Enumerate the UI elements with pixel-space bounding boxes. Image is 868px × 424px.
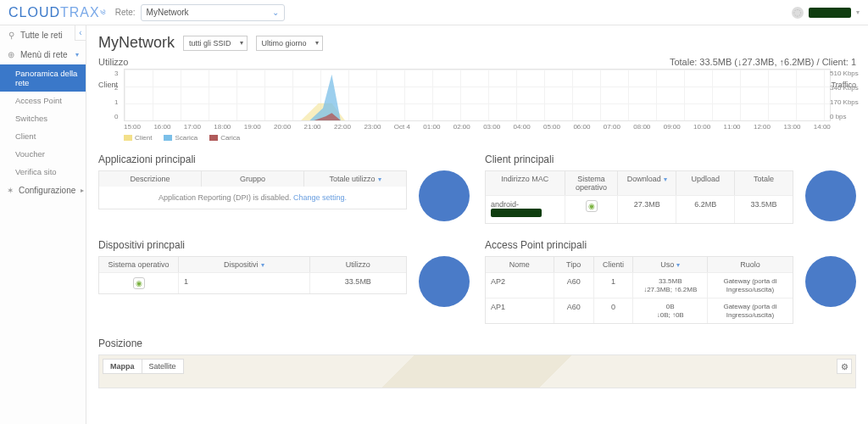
legend-swatch-scarica: [164, 135, 172, 141]
sidebar-item-overview[interactable]: Panoramica della rete: [0, 64, 86, 92]
map-canvas[interactable]: Mappa Satellite ⚙: [98, 354, 856, 388]
aps-pie-chart[interactable]: [805, 256, 856, 307]
top-header: CLOUDTRAX༄ Rete: MyNetwork ⌄ ◌ ▾: [0, 0, 868, 25]
devices-table: Sistema operativo Dispositivi Utilizzo ◉…: [98, 256, 407, 294]
section-apps: Applicazioni principali Descrizione Grup…: [98, 153, 470, 224]
section-clients: Client principali Indirizzo MAC Sistema …: [485, 153, 856, 224]
col-totale-utilizzo[interactable]: Totale utilizzo: [304, 171, 406, 187]
chart-legend: Client Scarica Carica: [124, 134, 856, 142]
network-select[interactable]: MyNetwork ⌄: [141, 4, 285, 21]
network-select-value: MyNetwork: [147, 8, 189, 17]
main-content: MyNetwork tutti gli SSID Ultimo giorno U…: [86, 25, 868, 424]
chevron-down-icon: ⌄: [272, 8, 279, 17]
wifi-icon: ༄: [100, 7, 107, 20]
col-ruolo[interactable]: Ruolo: [708, 257, 793, 272]
sidebar-item-config[interactable]: ✶ Configurazione ▸: [0, 181, 86, 200]
user-name-redacted: [809, 8, 851, 18]
gear-icon: ✶: [7, 186, 14, 195]
y-right-ticks: 510 Kbps340 Kbps170 Kbps0 bps: [830, 70, 859, 120]
col-tipo[interactable]: Tipo: [554, 257, 594, 272]
clients-title: Client principali: [485, 153, 856, 165]
sidebar-item-all-networks[interactable]: ⚲ Tutte le reti: [0, 25, 86, 45]
devices-title: Dispositivi princpali: [98, 239, 470, 251]
legend-swatch-carica: [209, 135, 218, 141]
table-row[interactable]: AP2 A60 1 33.5MB↓27.3MB; ↑6.2MB Gateway …: [486, 272, 793, 298]
network-label: Rete:: [115, 8, 136, 17]
position-title: Posizione: [98, 338, 856, 349]
sidebar-item-label: Configurazione: [19, 186, 75, 195]
chart-plot-area[interactable]: 3210 510 Kbps340 Kbps170 Kbps0 bps: [124, 69, 831, 121]
y-left-ticks: 3210: [114, 70, 118, 120]
sidebar-collapse-handle[interactable]: ‹: [75, 25, 86, 41]
user-avatar-icon: ◌: [792, 7, 804, 19]
col-upload[interactable]: Updload: [676, 171, 735, 195]
x-ticks: 15:0016:0017:0018:0019:0020:0021:0022:00…: [124, 123, 831, 131]
sidebar-item-label: Menù di rete: [20, 50, 68, 59]
user-menu[interactable]: ◌ ▾: [792, 7, 860, 19]
col-uso[interactable]: Uso: [633, 257, 708, 272]
brand-part1: CLOUD: [8, 5, 60, 20]
table-row[interactable]: ◉ 1 33.5MB: [99, 272, 406, 293]
col-clienti[interactable]: Clienti: [594, 257, 634, 272]
globe-icon: ⊕: [7, 50, 15, 59]
clients-table: Indirizzo MAC Sistema operativo Download…: [485, 170, 793, 224]
chevron-down-icon: ▾: [856, 8, 860, 16]
col-gruppo[interactable]: Gruppo: [202, 171, 304, 187]
apps-pie-chart[interactable]: [419, 170, 470, 221]
android-icon: ◉: [586, 200, 598, 212]
apps-table: Descrizione Gruppo Totale utilizzo Appli…: [98, 170, 407, 209]
page-title: MyNetwork: [98, 34, 175, 52]
col-os[interactable]: Sistema operativo: [99, 257, 179, 272]
sidebar-item-verify[interactable]: Verifica sito: [0, 163, 86, 181]
aps-table: Nome Tipo Clienti Uso Ruolo AP2 A60 1 33…: [485, 256, 793, 324]
map-tab-satellite[interactable]: Satellite: [142, 359, 184, 374]
col-nome[interactable]: Nome: [486, 257, 554, 272]
table-row[interactable]: AP1 A60 0 0B↓0B; ↑0B Gateway (porta di I…: [486, 298, 793, 323]
col-os[interactable]: Sistema operativo: [565, 171, 619, 195]
section-devices: Dispositivi princpali Sistema operativo …: [98, 239, 470, 324]
section-position: Posizione Mappa Satellite ⚙: [98, 338, 856, 388]
devices-pie-chart[interactable]: [419, 256, 470, 307]
col-mac[interactable]: Indirizzo MAC: [486, 171, 565, 195]
utilizzo-totals: Totale: 33.5MB (↓27.3MB, ↑6.2MB) / Clien…: [670, 57, 856, 67]
legend-swatch-client: [124, 135, 132, 141]
col-totale[interactable]: Totale: [735, 171, 793, 195]
chevron-right-icon: ▸: [81, 187, 84, 194]
pin-icon: ⚲: [7, 31, 15, 40]
map-type-tabs: Mappa Satellite: [103, 359, 184, 374]
clients-pie-chart[interactable]: [805, 170, 856, 221]
sidebar: ‹ ⚲ Tutte le reti ⊕ Menù di rete ▾ Panor…: [0, 25, 86, 424]
section-aps: Access Point principali Nome Tipo Client…: [485, 239, 856, 324]
col-descrizione[interactable]: Descrizione: [99, 171, 202, 187]
brand-logo[interactable]: CLOUDTRAX༄: [8, 5, 107, 20]
aps-title: Access Point principali: [485, 239, 856, 251]
sidebar-item-client[interactable]: Client: [0, 127, 86, 145]
sidebar-item-voucher[interactable]: Voucher: [0, 145, 86, 163]
timerange-select[interactable]: Ultimo giorno: [256, 36, 323, 51]
apps-title: Applicazioni principali: [98, 153, 470, 165]
utilizzo-header: Utilizzo Totale: 33.5MB (↓27.3MB, ↑6.2MB…: [98, 57, 856, 67]
sidebar-item-switches[interactable]: Switches: [0, 109, 86, 127]
usage-chart: Client Traffico 3210 510 Kbps340 Kbps170…: [98, 69, 856, 131]
table-row[interactable]: android- ◉ 27.3MB 6.2MB 33.5MB: [486, 195, 793, 223]
col-dispositivi[interactable]: Dispositivi: [179, 257, 310, 272]
map-tab-map[interactable]: Mappa: [103, 359, 142, 374]
dpi-change-link[interactable]: Change setting.: [293, 193, 347, 202]
chart-svg: [125, 70, 830, 120]
utilizzo-label: Utilizzo: [98, 57, 128, 67]
gear-icon[interactable]: ⚙: [837, 359, 852, 374]
sidebar-item-menu-rete[interactable]: ⊕ Menù di rete ▾: [0, 45, 86, 64]
brand-part2: TRAX: [60, 5, 100, 20]
android-icon: ◉: [133, 277, 145, 289]
mac-redacted: [491, 209, 542, 217]
sidebar-item-accesspoint[interactable]: Access Point: [0, 92, 86, 109]
col-download[interactable]: Download: [618, 171, 676, 195]
ssid-select[interactable]: tutti gli SSID: [183, 36, 248, 51]
chevron-down-icon: ▾: [75, 51, 79, 59]
sidebar-item-label: Tutte le reti: [20, 31, 63, 40]
dpi-disabled-msg: Application Reporting (DPI) is disabled.…: [99, 187, 406, 209]
title-row: MyNetwork tutti gli SSID Ultimo giorno: [98, 34, 856, 52]
col-utilizzo[interactable]: Utilizzo: [310, 257, 406, 272]
